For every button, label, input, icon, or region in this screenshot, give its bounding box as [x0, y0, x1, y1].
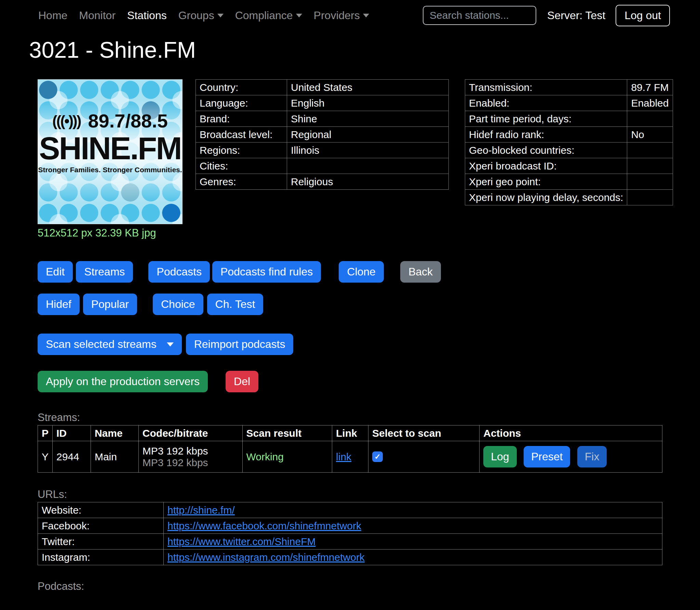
chevron-down-icon: [363, 14, 369, 17]
table-row: Regions:Illinois: [196, 143, 449, 158]
podcasts-find-rules-button[interactable]: Podcasts find rules: [212, 261, 321, 283]
nav-item-groups[interactable]: Groups: [178, 9, 224, 22]
checkmark-icon: ✓: [374, 452, 380, 461]
stream-select-cell: ✓: [368, 441, 479, 473]
column-header-actions: Actions: [480, 425, 662, 441]
reimport-podcasts-button[interactable]: Reimport podcasts: [186, 334, 294, 355]
nav-item-home[interactable]: Home: [38, 9, 67, 22]
hidef-button[interactable]: Hidef: [38, 294, 80, 315]
codec-line-1: MP3 192 kbps: [143, 445, 239, 457]
edit-button[interactable]: Edit: [38, 261, 73, 283]
url-row: Twitter:https://www.twitter.com/ShineFM: [38, 534, 662, 550]
urls-heading: URLs:: [38, 488, 700, 501]
nav-item-compliance[interactable]: Compliance: [235, 9, 302, 22]
fix-button[interactable]: Fix: [577, 446, 607, 467]
nav-links: Home Monitor Stations Groups Compliance …: [38, 9, 369, 22]
setting-value: [627, 143, 673, 158]
logo-station-name: SHINE.FM: [39, 132, 181, 165]
stream-scan-result-cell: Working: [242, 441, 332, 473]
instagram-link[interactable]: https://www.instagram.com/shinefmnetwork: [167, 552, 365, 563]
column-header-select-to-scan: Select to scan: [368, 425, 479, 441]
logo-column: (((•))) 89.7/88.5 SHINE.FM Stronger Fami…: [38, 79, 183, 239]
info-label: Regions:: [196, 143, 287, 158]
podcasts-button[interactable]: Podcasts: [148, 261, 210, 283]
scan-selected-streams-dropdown[interactable]: Scan selected streams: [38, 334, 182, 355]
info-label: Language:: [196, 95, 287, 111]
setting-label: Xperi broadcast ID:: [465, 158, 627, 174]
setting-value: [627, 158, 673, 174]
popular-button[interactable]: Popular: [83, 294, 137, 315]
website-link[interactable]: http://shine.fm/: [167, 504, 235, 516]
info-label: Brand:: [196, 111, 287, 127]
table-row: Xperi now playing delay, seconds:: [465, 190, 673, 205]
info-label: Genres:: [196, 174, 287, 190]
back-button[interactable]: Back: [400, 261, 441, 283]
table-row: Cities:: [196, 158, 449, 174]
station-info-table: Country:United States Language:English B…: [196, 79, 449, 190]
urls-table: Website:http://shine.fm/ Facebook:https:…: [38, 502, 662, 565]
table-row: Part time period, days:: [465, 111, 673, 127]
info-label: Country:: [196, 80, 287, 95]
stream-actions-cell: Log Preset Fix: [480, 441, 662, 473]
codec-line-2: MP3 192 kbps: [143, 457, 239, 469]
url-label: Facebook:: [38, 518, 164, 534]
stream-link[interactable]: link: [336, 451, 351, 462]
nav-item-stations[interactable]: Stations: [127, 9, 167, 22]
url-value: http://shine.fm/: [164, 502, 662, 518]
stream-link-cell: link: [332, 441, 368, 473]
streams-header-row: P ID Name Codec/bitrate Scan result Link…: [38, 425, 662, 441]
setting-label: Part time period, days:: [465, 111, 627, 127]
twitter-link[interactable]: https://www.twitter.com/ShineFM: [167, 536, 315, 547]
column-header-link: Link: [332, 425, 368, 441]
column-header-scan-result: Scan result: [242, 425, 332, 441]
setting-label: Xperi geo point:: [465, 174, 627, 190]
log-button[interactable]: Log: [483, 446, 516, 467]
setting-value: No: [627, 127, 673, 143]
info-value: Illinois: [287, 143, 449, 158]
delete-button[interactable]: Del: [226, 371, 258, 392]
table-row: Transmission:89.7 FM: [465, 80, 673, 95]
stream-p-cell: Y: [38, 441, 53, 473]
server-label: Server: Test: [547, 9, 605, 22]
search-input[interactable]: [423, 6, 536, 25]
apply-production-button[interactable]: Apply on the production servers: [38, 371, 208, 392]
action-row-4: Apply on the production servers Del: [38, 371, 700, 392]
setting-value: [627, 190, 673, 205]
nav-item-label: Providers: [314, 9, 360, 22]
column-header-codec: Codec/bitrate: [138, 425, 242, 441]
table-row: Country:United States: [196, 80, 449, 95]
table-row: Xperi broadcast ID:: [465, 158, 673, 174]
facebook-link[interactable]: https://www.facebook.com/shinefmnetwork: [167, 520, 361, 531]
stream-name-cell: Main: [91, 441, 138, 473]
info-value: United States: [287, 80, 449, 95]
info-value: Religious: [287, 174, 449, 190]
setting-label: Xperi now playing delay, seconds:: [465, 190, 627, 205]
url-value: https://www.facebook.com/shinefmnetwork: [164, 518, 662, 534]
scan-selected-streams-label: Scan selected streams: [46, 338, 157, 351]
url-label: Website:: [38, 502, 164, 518]
choice-button[interactable]: Choice: [153, 294, 203, 315]
url-label: Instagram:: [38, 550, 164, 565]
setting-value: [627, 111, 673, 127]
ch-test-button[interactable]: Ch. Test: [207, 294, 264, 315]
logout-button[interactable]: Log out: [616, 5, 670, 26]
table-row: Enabled:Enabled: [465, 95, 673, 111]
nav-right: Server: Test Log out: [423, 5, 670, 26]
info-value: [287, 158, 449, 174]
setting-value: [627, 174, 673, 190]
info-value: English: [287, 95, 449, 111]
preset-button[interactable]: Preset: [524, 446, 570, 467]
streams-button[interactable]: Streams: [76, 261, 133, 283]
nav-item-providers[interactable]: Providers: [314, 9, 369, 22]
nav-item-label: Compliance: [235, 9, 293, 22]
nav-item-monitor[interactable]: Monitor: [79, 9, 116, 22]
url-row: Facebook:https://www.facebook.com/shinef…: [38, 518, 662, 534]
url-value: https://www.twitter.com/ShineFM: [164, 534, 662, 550]
top-nav: Home Monitor Stations Groups Compliance …: [0, 0, 700, 27]
stream-row: Y 2944 Main MP3 192 kbps MP3 192 kbps Wo…: [38, 441, 662, 473]
clone-button[interactable]: Clone: [339, 261, 384, 283]
select-to-scan-checkbox[interactable]: ✓: [372, 451, 383, 462]
setting-value: Enabled: [627, 95, 673, 111]
streams-table: P ID Name Codec/bitrate Scan result Link…: [38, 425, 662, 473]
column-header-name: Name: [91, 425, 138, 441]
